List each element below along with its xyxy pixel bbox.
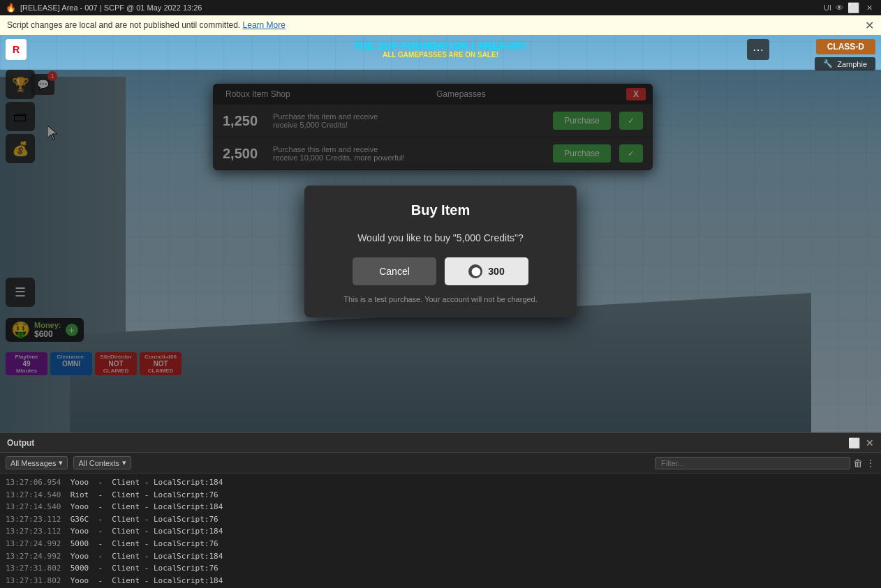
roblox-logo-icon: R: [13, 44, 20, 55]
output-expand-button[interactable]: ⬜: [848, 437, 860, 448]
filter-area: 🗑 ⋮: [655, 457, 875, 469]
all-messages-dropdown[interactable]: All Messages ▾: [6, 456, 68, 469]
all-contexts-label: All Contexts: [78, 459, 119, 467]
log-line: 13:27:31.802 Yooo - Client - LocalScript…: [6, 575, 875, 587]
announcement-text: Script changes are local and are not pub…: [7, 20, 240, 30]
buy-dialog-question: Would you like to buy "5,000 Credits"?: [324, 232, 557, 243]
player-name-bar: 🔧 Zamphie: [815, 57, 875, 70]
buy-dialog: Buy Item Would you like to buy "5,000 Cr…: [304, 186, 577, 317]
output-title: Output: [7, 438, 34, 448]
log-line: 13:27:24.992 Yooo - Client - LocalScript…: [6, 550, 875, 563]
studio-topbar: 🔥 [RELEASE] Area - 007 | SCPF @ 01 May 2…: [0, 0, 881, 15]
flame-icon: 🔥: [6, 3, 16, 13]
topbar-close-button[interactable]: ✕: [864, 3, 875, 13]
announcement-bar: Script changes are local and are not pub…: [0, 15, 881, 35]
player-name-text: Zamphie: [837, 60, 867, 68]
dots-icon: ⋯: [753, 43, 764, 56]
robux-icon: ⬤: [468, 264, 482, 278]
output-close-button[interactable]: ✕: [866, 437, 874, 448]
log-line: 13:27:24.992 5000 - Client - LocalScript…: [6, 538, 875, 550]
wrench-icon: 🔧: [823, 59, 833, 68]
maximize-icon[interactable]: ⬜: [847, 2, 859, 13]
roblox-logo-button[interactable]: R: [6, 39, 27, 60]
ui-label: UI: [824, 3, 831, 12]
log-line: 13:27:06.954 Yooo - Client - LocalScript…: [6, 476, 875, 489]
buy-dialog-note: This is a test purchase. Your account wi…: [324, 295, 557, 303]
buy-dialog-overlay: Buy Item Would you like to buy "5,000 Cr…: [0, 70, 881, 432]
output-panel: Output ⬜ ✕ All Messages ▾ All Contexts ▾…: [0, 432, 881, 588]
log-line: 13:27:14.540 Yooo - Client - LocalScript…: [6, 501, 875, 513]
output-log: 13:27:06.954 Yooo - Client - LocalScript…: [0, 474, 881, 588]
log-line: 13:27:23.112 G36C - Client - LocalScript…: [6, 513, 875, 526]
eye-icon[interactable]: 👁: [836, 3, 843, 12]
buy-dialog-buttons: Cancel ⬤ 300: [324, 257, 557, 285]
all-messages-arrow: ▾: [59, 458, 63, 467]
log-line: 13:27:14.540 Riot - Client - LocalScript…: [6, 489, 875, 502]
log-line: 13:27:23.112 Yooo - Client - LocalScript…: [6, 525, 875, 538]
clear-filter-icon[interactable]: 🗑: [853, 458, 863, 469]
studio-title: [RELEASE] Area - 007 | SCPF @ 01 May 202…: [20, 3, 820, 12]
cancel-button[interactable]: Cancel: [353, 257, 436, 285]
confirm-price-label: 300: [488, 266, 504, 277]
filter-options-icon[interactable]: ⋮: [866, 458, 875, 469]
output-header: Output ⬜ ✕: [0, 433, 881, 453]
buy-dialog-title: Buy Item: [324, 202, 557, 218]
game-viewport: THE SCP FOUNDATION | AREA-007 ALL GAMEPA…: [0, 35, 881, 432]
all-contexts-dropdown[interactable]: All Contexts ▾: [73, 456, 131, 469]
chat-button[interactable]: ⋯: [747, 39, 769, 60]
output-toolbar: All Messages ▾ All Contexts ▾ 🗑 ⋮: [0, 453, 881, 474]
log-line: 13:27:31.802 5000 - Client - LocalScript…: [6, 562, 875, 575]
class-badge: CLASS-D: [816, 39, 875, 54]
filter-input[interactable]: [655, 457, 850, 469]
announcement-close-button[interactable]: ✕: [865, 19, 874, 32]
all-messages-label: All Messages: [10, 459, 56, 467]
all-contexts-arrow: ▾: [122, 458, 126, 467]
confirm-purchase-button[interactable]: ⬤ 300: [445, 257, 528, 285]
learn-more-link[interactable]: Learn More: [243, 20, 286, 30]
